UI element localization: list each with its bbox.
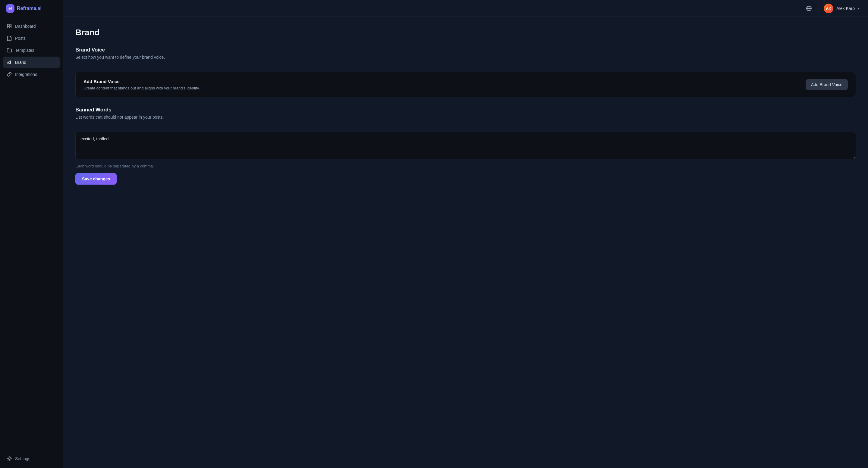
banned-words-input[interactable]	[75, 132, 856, 159]
sidebar-item-integrations[interactable]: Integrations	[3, 69, 60, 80]
brand-voice-desc: Select how you want to define your brand…	[75, 55, 856, 60]
file-icon	[7, 36, 12, 41]
link-icon	[7, 72, 12, 77]
brand-voice-section: Brand Voice Select how you want to defin…	[75, 47, 856, 97]
user-name: Alek Karp	[836, 6, 855, 11]
globe-button[interactable]	[804, 4, 814, 13]
brand-voice-card: Add Brand Voice Create content that stan…	[75, 72, 856, 97]
banned-words-section: Banned Words List words that should not …	[75, 107, 856, 185]
banned-words-title: Banned Words	[75, 107, 856, 113]
banned-words-desc: List words that should not appear in you…	[75, 115, 856, 120]
section-divider-2	[75, 125, 856, 125]
svg-point-7	[8, 458, 10, 459]
card-info: Add Brand Voice Create content that stan…	[84, 79, 200, 90]
header: AK Alek Karp ▾	[63, 0, 868, 17]
main-content: AK Alek Karp ▾ Brand Brand Voice Select …	[63, 0, 868, 468]
sidebar-item-posts-label: Posts	[15, 36, 26, 41]
sidebar-item-templates[interactable]: Templates	[3, 44, 60, 56]
logo-text: Reframe.ai	[17, 6, 41, 11]
sidebar-nav: Dashboard Posts Templates	[0, 17, 63, 449]
svg-rect-1	[7, 24, 9, 26]
megaphone-icon	[7, 60, 12, 65]
avatar: AK	[824, 4, 833, 13]
header-divider	[818, 5, 819, 12]
svg-rect-4	[10, 27, 11, 28]
sidebar-item-dashboard-label: Dashboard	[15, 24, 36, 29]
card-title: Add Brand Voice	[84, 79, 200, 84]
sidebar-item-brand[interactable]: Brand	[3, 57, 60, 68]
sidebar-logo: Reframe.ai	[0, 0, 63, 17]
sidebar-item-templates-label: Templates	[15, 48, 34, 53]
content-area: Brand Brand Voice Select how you want to…	[63, 17, 868, 468]
sidebar-item-integrations-label: Integrations	[15, 72, 37, 77]
sidebar-item-posts[interactable]: Posts	[3, 33, 60, 44]
helper-text: Each word should be separated by a comma…	[75, 164, 856, 168]
settings-icon	[7, 456, 12, 461]
brand-voice-title: Brand Voice	[75, 47, 856, 53]
card-desc: Create content that stands out and align…	[84, 86, 200, 90]
folder-icon	[7, 47, 12, 53]
sidebar-item-settings[interactable]: Settings	[3, 453, 60, 464]
logo-icon	[6, 4, 14, 13]
svg-rect-3	[7, 27, 9, 28]
grid-icon	[7, 24, 12, 29]
sidebar-item-settings-label: Settings	[15, 456, 30, 461]
section-divider-1	[75, 65, 856, 65]
chevron-down-icon: ▾	[858, 6, 860, 10]
user-menu[interactable]: AK Alek Karp ▾	[824, 4, 860, 13]
add-brand-voice-button[interactable]: Add Brand Voice	[806, 79, 848, 90]
sidebar-bottom: Settings	[0, 449, 63, 468]
sidebar-item-brand-label: Brand	[15, 60, 26, 65]
page-title: Brand	[75, 28, 856, 37]
save-changes-button[interactable]: Save changes	[75, 173, 117, 185]
sidebar-item-dashboard[interactable]: Dashboard	[3, 21, 60, 32]
svg-rect-2	[10, 24, 11, 26]
sidebar: Reframe.ai Dashboard	[0, 0, 63, 468]
